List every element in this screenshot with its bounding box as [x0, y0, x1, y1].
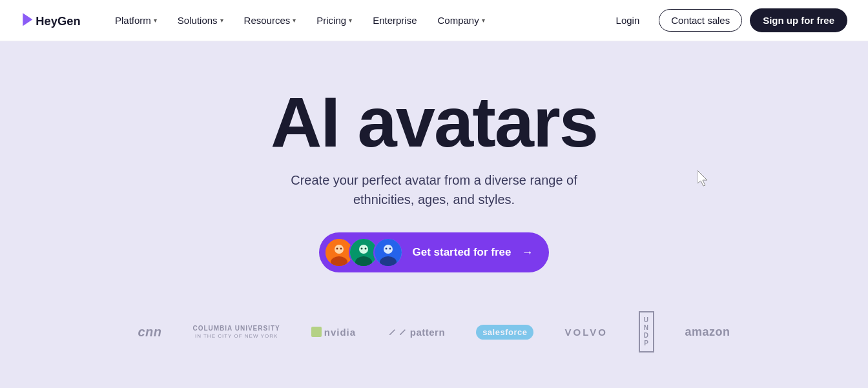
- logos-section: cnn COLUMBIA UNIVERSITYIN THE CITY OF NE…: [117, 311, 750, 365]
- nav-right: Login Contact sales Sign up for free: [604, 8, 847, 32]
- svg-marker-0: [23, 13, 32, 26]
- logo-salesforce: salesforce: [476, 327, 533, 337]
- avatar-3: [373, 238, 403, 267]
- svg-point-8: [359, 245, 368, 254]
- svg-point-5: [336, 248, 338, 250]
- get-started-button[interactable]: Get started for free →: [319, 232, 548, 272]
- svg-point-6: [340, 248, 342, 250]
- nav-item-platform[interactable]: Platform ▾: [106, 10, 166, 31]
- svg-point-10: [361, 248, 363, 250]
- nav-links: Platform ▾ Solutions ▾ Resources ▾ Prici…: [106, 10, 604, 31]
- nav-item-solutions[interactable]: Solutions ▾: [169, 10, 232, 31]
- chevron-down-icon: ▾: [482, 17, 485, 24]
- signup-button[interactable]: Sign up for free: [750, 8, 847, 32]
- logo-columbia: COLUMBIA UNIVERSITYIN THE CITY OF NEW YO…: [192, 325, 280, 339]
- login-button[interactable]: Login: [604, 10, 652, 31]
- nav-item-resources[interactable]: Resources ▾: [235, 10, 305, 31]
- nav-item-pricing[interactable]: Pricing ▾: [307, 10, 361, 31]
- cursor-indicator: [698, 170, 713, 191]
- nav-item-enterprise[interactable]: Enterprise: [364, 10, 426, 31]
- hero-subtitle: Create your perfect avatar from a divers…: [279, 170, 589, 209]
- logo-undp: U N D P: [639, 311, 654, 352]
- svg-point-11: [365, 248, 367, 250]
- nav-item-company[interactable]: Company ▾: [429, 10, 494, 31]
- logo-pattern: ⟋⟋ pattern: [387, 327, 445, 338]
- chevron-down-icon: ▾: [154, 17, 157, 24]
- logo-volvo: VOLVO: [564, 327, 607, 338]
- logo-nvidia: nvidia: [311, 327, 356, 338]
- cta-arrow-icon: →: [522, 246, 533, 260]
- cta-text: Get started for free: [412, 246, 511, 259]
- logo-cnn: cnn: [138, 325, 161, 340]
- hero-section: AI avatars Create your perfect avatar fr…: [0, 41, 868, 388]
- svg-point-16: [389, 248, 391, 250]
- svg-point-13: [384, 245, 393, 254]
- svg-point-15: [386, 248, 388, 250]
- chevron-down-icon: ▾: [220, 17, 223, 24]
- chevron-down-icon: ▾: [349, 17, 352, 24]
- hero-title: AI avatars: [271, 87, 597, 158]
- logo-amazon: amazon: [685, 325, 730, 339]
- nvidia-icon: [311, 327, 322, 337]
- chevron-down-icon: ▾: [293, 17, 296, 24]
- cta-avatars: [324, 238, 403, 267]
- contact-sales-button[interactable]: Contact sales: [659, 9, 742, 32]
- navbar: HeyGen Platform ▾ Solutions ▾ Resources …: [0, 0, 868, 41]
- svg-text:HeyGen: HeyGen: [36, 14, 80, 27]
- svg-point-3: [335, 245, 344, 254]
- logo[interactable]: HeyGen: [21, 9, 85, 32]
